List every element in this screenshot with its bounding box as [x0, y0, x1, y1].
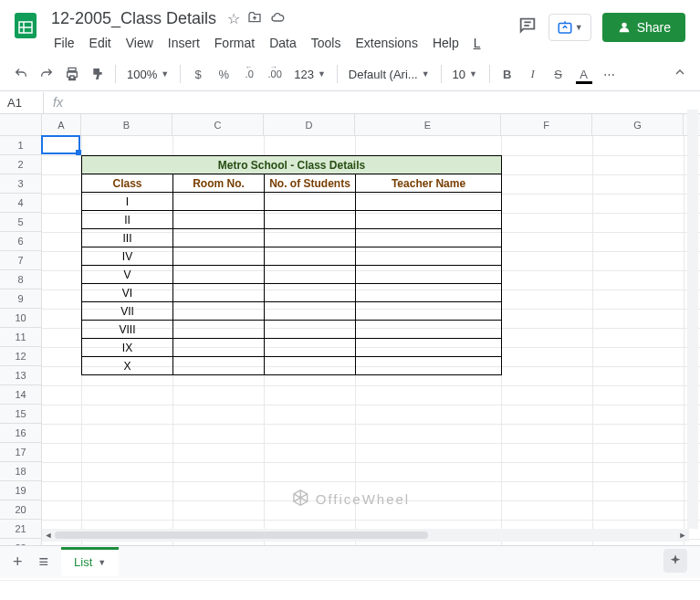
- menu-tools[interactable]: Tools: [305, 32, 348, 54]
- class-cell: VIII: [82, 321, 173, 339]
- row-headers: 1234567891011121314151617181920212223: [0, 136, 42, 551]
- class-cell: I: [82, 193, 173, 211]
- toolbar: 100%▼ $ % .0← .00→ 123▼ Default (Ari...▼…: [0, 58, 700, 91]
- strikethrough-button[interactable]: S: [547, 62, 570, 86]
- text-color-button[interactable]: A: [572, 62, 596, 86]
- row-17[interactable]: 17: [0, 443, 41, 462]
- menu-format[interactable]: Format: [208, 32, 261, 54]
- horizontal-scrollbar[interactable]: ◄ ►: [42, 529, 689, 542]
- currency-button[interactable]: $: [186, 62, 210, 86]
- formula-input[interactable]: [72, 92, 700, 113]
- doc-title[interactable]: 12-2005_Class Details: [47, 7, 220, 30]
- menu-edit[interactable]: Edit: [83, 32, 118, 54]
- col-e[interactable]: E: [355, 114, 501, 135]
- sheet-tabs-bar: + ≡ List ▼: [0, 545, 700, 578]
- paint-format-button[interactable]: [86, 62, 110, 86]
- row-10[interactable]: 10: [0, 309, 41, 328]
- col-g[interactable]: G: [592, 114, 684, 135]
- row-4[interactable]: 4: [0, 194, 41, 213]
- formula-bar: A1 fx: [0, 91, 700, 114]
- row-2[interactable]: 2: [0, 155, 41, 174]
- present-button[interactable]: ▼: [549, 14, 591, 41]
- menu-insert[interactable]: Insert: [162, 32, 206, 54]
- col-a[interactable]: A: [42, 114, 81, 135]
- table-row: VII: [82, 302, 502, 321]
- cloud-status-icon[interactable]: [269, 10, 286, 28]
- row-9[interactable]: 9: [0, 289, 41, 309]
- name-box[interactable]: A1: [0, 92, 44, 113]
- row-1[interactable]: 1: [0, 136, 41, 155]
- col-d[interactable]: D: [264, 114, 355, 135]
- class-cell: IV: [82, 247, 173, 266]
- all-sheets-button[interactable]: ≡: [36, 549, 53, 575]
- more-tools-button[interactable]: ⋯: [598, 62, 622, 86]
- class-cell: VII: [82, 302, 173, 321]
- class-cell: VI: [82, 284, 173, 302]
- vertical-scrollbar[interactable]: [687, 110, 698, 529]
- bold-button[interactable]: B: [496, 62, 519, 86]
- comments-icon[interactable]: [517, 16, 538, 39]
- table-row: I: [82, 193, 502, 211]
- percent-button[interactable]: %: [212, 62, 235, 86]
- scroll-left-icon[interactable]: ◄: [42, 531, 55, 540]
- menu-extensions[interactable]: Extensions: [349, 32, 423, 54]
- row-13[interactable]: 13: [0, 366, 41, 385]
- menu-help[interactable]: Help: [426, 32, 465, 54]
- header-room: Room No.: [173, 174, 265, 193]
- row-21[interactable]: 21: [0, 520, 41, 539]
- scroll-right-icon[interactable]: ►: [676, 531, 689, 540]
- class-cell: II: [82, 211, 173, 229]
- row-12[interactable]: 12: [0, 347, 41, 366]
- row-15[interactable]: 15: [0, 405, 41, 424]
- app-header: 12-2005_Class Details ☆ File Edit View I…: [0, 0, 700, 54]
- font-size-combo[interactable]: 10▼: [447, 62, 484, 86]
- class-cell: V: [82, 266, 173, 284]
- col-f[interactable]: F: [501, 114, 592, 135]
- col-c[interactable]: C: [172, 114, 264, 135]
- table-row: V: [82, 266, 502, 284]
- dec-decrease-button[interactable]: .0←: [237, 62, 261, 86]
- share-button[interactable]: Share: [602, 13, 685, 42]
- row-6[interactable]: 6: [0, 232, 41, 251]
- table-row: III: [82, 229, 502, 247]
- sheet-tab-list[interactable]: List ▼: [61, 548, 119, 576]
- row-11[interactable]: 11: [0, 328, 41, 347]
- collapse-toolbar-button[interactable]: [669, 61, 691, 87]
- column-headers: A B C D E F G: [0, 114, 700, 136]
- row-5[interactable]: 5: [0, 213, 41, 232]
- row-8[interactable]: 8: [0, 270, 41, 289]
- undo-button[interactable]: [9, 62, 33, 86]
- dec-increase-button[interactable]: .00→: [263, 62, 287, 86]
- row-19[interactable]: 19: [0, 481, 41, 500]
- row-16[interactable]: 16: [0, 424, 41, 443]
- row-7[interactable]: 7: [0, 251, 41, 270]
- more-formats-combo[interactable]: 123▼: [288, 62, 331, 86]
- select-all-corner[interactable]: [0, 114, 42, 135]
- menu-data[interactable]: Data: [263, 32, 303, 54]
- row-14[interactable]: 14: [0, 385, 41, 405]
- table-title: Metro School - Class Details: [82, 156, 502, 174]
- zoom-combo[interactable]: 100%▼: [121, 62, 174, 86]
- italic-button[interactable]: I: [521, 62, 545, 86]
- star-icon[interactable]: ☆: [227, 10, 240, 28]
- menu-last[interactable]: L: [467, 32, 487, 54]
- col-b[interactable]: B: [81, 114, 172, 135]
- svg-rect-6: [559, 24, 571, 34]
- class-cell: III: [82, 229, 173, 247]
- table-row: X: [82, 357, 502, 375]
- table-row: IX: [82, 339, 502, 357]
- sheet-tab-menu-icon[interactable]: ▼: [98, 558, 106, 567]
- grid-area: A B C D E F G 12345678910111213141516171…: [0, 114, 700, 551]
- add-sheet-button[interactable]: +: [9, 549, 26, 575]
- sheets-logo[interactable]: [7, 7, 44, 44]
- explore-button[interactable]: [663, 549, 687, 573]
- redo-button[interactable]: [35, 62, 58, 86]
- menu-file[interactable]: File: [47, 32, 81, 54]
- row-18[interactable]: 18: [0, 462, 41, 481]
- row-20[interactable]: 20: [0, 500, 41, 520]
- print-button[interactable]: [60, 62, 84, 86]
- font-combo[interactable]: Default (Ari...▼: [343, 62, 435, 86]
- menu-view[interactable]: View: [120, 32, 160, 54]
- row-3[interactable]: 3: [0, 174, 41, 194]
- move-icon[interactable]: [247, 10, 262, 28]
